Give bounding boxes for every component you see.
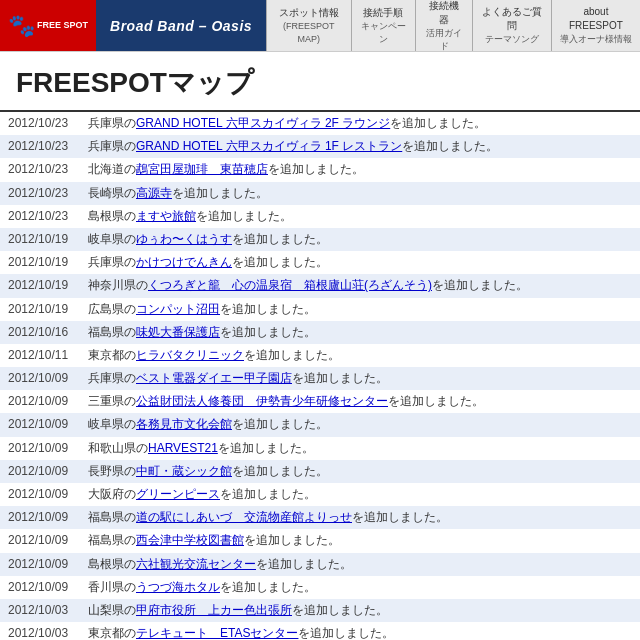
table-row: 2012/10/09福島県の西会津中学校図書館を追加しました。: [0, 529, 640, 552]
entry-link[interactable]: GRAND HOTEL 六甲スカイヴィラ 2F ラウンジ: [136, 116, 390, 130]
entry-link[interactable]: HARVEST21: [148, 441, 218, 455]
entry-suffix: を追加しました。: [172, 186, 268, 200]
entry-suffix: を追加しました。: [298, 626, 394, 640]
entry-content: 香川県のうつづ海ホタルを追加しました。: [80, 576, 640, 599]
entry-date: 2012/10/03: [0, 622, 80, 640]
entry-link[interactable]: 公益財団法人修養団 伊勢青少年研修センター: [136, 394, 388, 408]
table-row: 2012/10/03山梨県の甲府市役所 上カー色出張所を追加しました。: [0, 599, 640, 622]
entry-suffix: を追加しました。: [232, 464, 328, 478]
entry-content: 福島県の道の駅にしあいづ 交流物産館よりっせを追加しました。: [80, 506, 640, 529]
entry-prefix: 兵庫県の: [88, 255, 136, 269]
table-row: 2012/10/09和歌山県のHARVEST21を追加しました。: [0, 437, 640, 460]
entry-date: 2012/10/09: [0, 367, 80, 390]
entry-date: 2012/10/19: [0, 274, 80, 297]
entry-date: 2012/10/11: [0, 344, 80, 367]
entry-link[interactable]: うつづ海ホタル: [136, 580, 220, 594]
entry-prefix: 長崎県の: [88, 186, 136, 200]
entry-content: 三重県の公益財団法人修養団 伊勢青少年研修センターを追加しました。: [80, 390, 640, 413]
entry-link[interactable]: くつろぎと籠 心の温泉宿 箱根廬山荘(ろざんそう): [148, 278, 432, 292]
table-row: 2012/10/09三重県の公益財団法人修養団 伊勢青少年研修センターを追加しま…: [0, 390, 640, 413]
entry-date: 2012/10/23: [0, 158, 80, 181]
entry-link[interactable]: 中町・蔵シック館: [136, 464, 232, 478]
entry-content: 東京都のヒラバタクリニックを追加しました。: [80, 344, 640, 367]
entry-link[interactable]: GRAND HOTEL 六甲スカイヴィラ 1F レストラン: [136, 139, 402, 153]
entry-date: 2012/10/19: [0, 251, 80, 274]
table-row: 2012/10/23北海道の鵡宮田屋珈琲 東苗穂店を追加しました。: [0, 158, 640, 181]
entry-content: 福島県の味処大番保護店を追加しました。: [80, 321, 640, 344]
entry-link[interactable]: テレキュート ETASセンター: [136, 626, 298, 640]
entry-date: 2012/10/16: [0, 321, 80, 344]
entry-date: 2012/10/09: [0, 413, 80, 436]
logo-text: FREE SPOT: [37, 21, 88, 31]
entry-prefix: 岐阜県の: [88, 232, 136, 246]
entry-content: 島根県のますや旅館を追加しました。: [80, 205, 640, 228]
entry-link[interactable]: かけつけでんきん: [136, 255, 232, 269]
entry-link[interactable]: ベスト電器ダイエー甲子園店: [136, 371, 292, 385]
entry-link[interactable]: コンパット沼田: [136, 302, 220, 316]
entry-link[interactable]: ヒラバタクリニック: [136, 348, 244, 362]
table-row: 2012/10/09長野県の中町・蔵シック館を追加しました。: [0, 460, 640, 483]
entry-link[interactable]: 味処大番保護店: [136, 325, 220, 339]
page-title-area: FREESPOTマップ: [0, 52, 640, 112]
paw-icon: 🐾: [8, 13, 35, 39]
entry-content: 兵庫県のGRAND HOTEL 六甲スカイヴィラ 1F レストランを追加しました…: [80, 135, 640, 158]
entry-content: 福島県の西会津中学校図書館を追加しました。: [80, 529, 640, 552]
entry-prefix: 長野県の: [88, 464, 136, 478]
entry-suffix: を追加しました。: [220, 302, 316, 316]
entries-table: 2012/10/23兵庫県のGRAND HOTEL 六甲スカイヴィラ 2F ラウ…: [0, 112, 640, 640]
entry-suffix: を追加しました。: [220, 325, 316, 339]
entry-date: 2012/10/19: [0, 228, 80, 251]
entry-suffix: を追加しました。: [432, 278, 528, 292]
entry-link[interactable]: 各務見市文化会館: [136, 417, 232, 431]
table-row: 2012/10/09大阪府のグリーンピースを追加しました。: [0, 483, 640, 506]
entry-content: 兵庫県のベスト電器ダイエー甲子園店を追加しました。: [80, 367, 640, 390]
entry-prefix: 東京都の: [88, 626, 136, 640]
entry-suffix: を追加しました。: [388, 394, 484, 408]
entry-prefix: 東京都の: [88, 348, 136, 362]
entry-suffix: を追加しました。: [292, 603, 388, 617]
entry-link[interactable]: 六社観光交流センター: [136, 557, 256, 571]
entry-date: 2012/10/09: [0, 483, 80, 506]
site-title: Broad Band – Oasis: [96, 0, 266, 51]
entry-link[interactable]: 道の駅にしあいづ 交流物産館よりっせ: [136, 510, 352, 524]
entry-prefix: 福島県の: [88, 325, 136, 339]
entry-date: 2012/10/09: [0, 390, 80, 413]
entry-suffix: を追加しました。: [220, 580, 316, 594]
table-row: 2012/10/09兵庫県のベスト電器ダイエー甲子園店を追加しました。: [0, 367, 640, 390]
entry-prefix: 大阪府の: [88, 487, 136, 501]
entry-prefix: 神奈川県の: [88, 278, 148, 292]
entry-prefix: 島根県の: [88, 557, 136, 571]
entry-link[interactable]: 高源寺: [136, 186, 172, 200]
entry-link[interactable]: 西会津中学校図書館: [136, 533, 244, 547]
entry-suffix: を追加しました。: [218, 441, 314, 455]
nav-tab-faq[interactable]: よくあるご質問テーマソング: [472, 0, 551, 51]
entry-prefix: 広島県の: [88, 302, 136, 316]
table-row: 2012/10/03東京都のテレキュート ETASセンターを追加しました。: [0, 622, 640, 640]
nav-tab-spot-info[interactable]: スポット情報(FREESPOT MAP): [266, 0, 350, 51]
entry-link[interactable]: グリーンピース: [136, 487, 220, 501]
table-row: 2012/10/23長崎県の高源寺を追加しました。: [0, 182, 640, 205]
entry-date: 2012/10/23: [0, 182, 80, 205]
entry-prefix: 兵庫県の: [88, 116, 136, 130]
nav-tab-line2: テーマソング: [485, 33, 539, 46]
nav-tab-devices[interactable]: 接続機器活用ガイド: [415, 0, 472, 51]
table-row: 2012/10/09福島県の道の駅にしあいづ 交流物産館よりっせを追加しました。: [0, 506, 640, 529]
table-row: 2012/10/23島根県のますや旅館を追加しました。: [0, 205, 640, 228]
entry-suffix: を追加しました。: [244, 348, 340, 362]
nav-tab-line1: スポット情報: [279, 6, 339, 20]
nav-tab-about[interactable]: about FREESPOT導入オーナ様情報: [551, 0, 640, 51]
entry-suffix: を追加しました。: [244, 533, 340, 547]
entry-date: 2012/10/23: [0, 205, 80, 228]
entry-suffix: を追加しました。: [232, 417, 328, 431]
entry-date: 2012/10/19: [0, 298, 80, 321]
nav-tab-connection[interactable]: 接続手順キャンペーン: [351, 0, 416, 51]
entry-link[interactable]: 鵡宮田屋珈琲 東苗穂店: [136, 162, 268, 176]
entry-prefix: 香川県の: [88, 580, 136, 594]
entry-suffix: を追加しました。: [352, 510, 448, 524]
entry-date: 2012/10/09: [0, 553, 80, 576]
entry-link[interactable]: 甲府市役所 上カー色出張所: [136, 603, 292, 617]
nav-tab-line2: キャンペーン: [360, 20, 408, 45]
entry-link[interactable]: ますや旅館: [136, 209, 196, 223]
entry-content: 神奈川県のくつろぎと籠 心の温泉宿 箱根廬山荘(ろざんそう)を追加しました。: [80, 274, 640, 297]
entry-link[interactable]: ゆぅわ〜くはうす: [136, 232, 232, 246]
